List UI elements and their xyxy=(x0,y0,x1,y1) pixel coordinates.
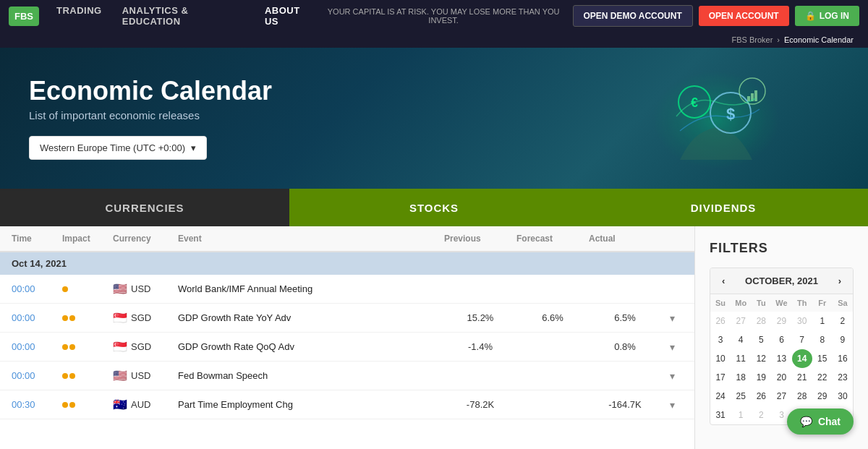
breadcrumb-parent[interactable]: FBS Broker xyxy=(731,35,773,44)
impact-dot xyxy=(69,315,75,321)
calendar-day[interactable]: 3 xyxy=(710,330,731,349)
calendar-day[interactable]: 28 xyxy=(751,312,771,330)
calendar-day[interactable]: 8 xyxy=(812,330,833,349)
calendar-day[interactable]: 27 xyxy=(771,387,791,406)
calendar-day[interactable]: 24 xyxy=(710,387,731,406)
page-title: Economic Calendar xyxy=(29,77,272,106)
forecast-cell: 6.6% xyxy=(516,312,589,323)
timezone-selector[interactable]: Western Europe Time (UTC +0:00) ▾ xyxy=(29,136,207,160)
flag-icon: 🇺🇸 xyxy=(113,282,127,296)
col-previous: Previous xyxy=(444,234,516,244)
calendar-day[interactable]: 10 xyxy=(710,349,731,368)
calendar-day[interactable]: 30 xyxy=(833,387,853,406)
flag-icon: 🇸🇬 xyxy=(113,311,127,325)
open-demo-button[interactable]: OPEN DEMO ACCOUNT xyxy=(573,5,693,27)
calendar-day[interactable]: 2 xyxy=(751,406,771,424)
actual-cell: 0.8% xyxy=(589,341,661,352)
currency-code: SGD xyxy=(131,312,151,323)
date-row: Oct 14, 2021 xyxy=(0,252,694,275)
tab-dividends[interactable]: DIVIDENDS xyxy=(579,189,868,226)
calendar-prev-button[interactable]: ‹ xyxy=(719,275,728,286)
expand-icon[interactable]: ▾ xyxy=(661,399,683,411)
calendar-day[interactable]: 5 xyxy=(751,330,771,349)
calendar-day[interactable]: 26 xyxy=(710,312,731,330)
impact-dot xyxy=(69,344,75,350)
calendar-day[interactable]: 29 xyxy=(771,312,791,330)
calendar-day[interactable]: 19 xyxy=(751,368,771,387)
actual-cell: 6.5% xyxy=(589,312,661,323)
calendar-next-button[interactable]: › xyxy=(835,275,844,286)
chat-button[interactable]: 💬 Chat xyxy=(787,409,854,435)
calendar-day[interactable]: 14 xyxy=(792,349,812,368)
calendar-day[interactable]: 15 xyxy=(812,349,833,368)
event-cell: World Bank/IMF Annual Meeting xyxy=(178,283,444,294)
calendar-day[interactable]: 30 xyxy=(792,312,812,330)
tab-currencies[interactable]: CURRENCIES xyxy=(0,189,289,226)
svg-rect-8 xyxy=(754,90,757,101)
expand-icon[interactable]: ▾ xyxy=(661,341,683,353)
login-button[interactable]: 🔒 LOG IN xyxy=(795,6,859,26)
calendar-day[interactable]: 28 xyxy=(792,387,812,406)
calendar-day[interactable]: 23 xyxy=(833,368,853,387)
calendar-day[interactable]: 17 xyxy=(710,368,731,387)
calendar-day[interactable]: 13 xyxy=(771,349,791,368)
calendar-month-year: OCTOBER, 2021 xyxy=(745,275,818,286)
expand-icon[interactable]: ▾ xyxy=(661,312,683,324)
calendar-day[interactable]: 2 xyxy=(833,312,853,330)
impact-dot xyxy=(62,286,68,292)
nav-analytics[interactable]: ANALYTICS & EDUCATION xyxy=(122,5,244,27)
calendar-day[interactable]: 21 xyxy=(792,368,812,387)
calendar-day[interactable]: 29 xyxy=(812,387,833,406)
calendar-day[interactable]: 25 xyxy=(731,387,751,406)
calendar-day[interactable]: 22 xyxy=(812,368,833,387)
tab-stocks[interactable]: STOCKS xyxy=(289,189,579,226)
time-cell: 00:00 xyxy=(12,370,62,381)
calendar-day[interactable]: 18 xyxy=(731,368,751,387)
impact-dot xyxy=(69,373,75,379)
expand-icon[interactable]: ▾ xyxy=(661,370,683,382)
table-row: 00:30 🇦🇺 AUD Part Time Employment Chg -7… xyxy=(0,390,694,419)
calendar-day[interactable]: 20 xyxy=(771,368,791,387)
time-cell: 00:00 xyxy=(12,283,62,294)
nav-about[interactable]: ABOUT US xyxy=(265,5,315,27)
calendar-day[interactable]: 1 xyxy=(731,406,751,424)
hero-image: € $ xyxy=(622,55,810,185)
calendar-day[interactable]: 6 xyxy=(771,330,791,349)
impact-cell xyxy=(62,402,113,408)
calendar-day[interactable]: 26 xyxy=(751,387,771,406)
calendar-day[interactable]: 7 xyxy=(792,330,812,349)
col-actual: Actual xyxy=(589,234,661,244)
calendar-day[interactable]: 9 xyxy=(833,330,853,349)
nav-buttons: OPEN DEMO ACCOUNT OPEN ACCOUNT 🔒 LOG IN xyxy=(573,5,859,27)
time-cell: 00:00 xyxy=(12,341,62,352)
calendar: ‹ OCTOBER, 2021 › SuMoTuWeThFrSa 2627282… xyxy=(710,268,854,425)
content-area: Time Impact Currency Event Previous Fore… xyxy=(0,226,868,449)
chat-icon: 💬 xyxy=(800,416,812,427)
timezone-label: Western Europe Time (UTC +0:00) xyxy=(40,142,185,153)
calendar-day[interactable]: 1 xyxy=(812,312,833,330)
calendar-grid: 2627282930123456789101112131415161718192… xyxy=(710,312,853,424)
impact-dot xyxy=(62,344,68,350)
nav-links: TRADING ANALYTICS & EDUCATION ABOUT US xyxy=(56,5,315,27)
fbs-logo: FBS xyxy=(9,7,39,26)
calendar-day[interactable]: 27 xyxy=(731,312,751,330)
currency-code: USD xyxy=(131,283,150,294)
calendar-day[interactable]: 12 xyxy=(751,349,771,368)
time-cell: 00:30 xyxy=(12,399,62,410)
calendar-day[interactable]: 31 xyxy=(710,406,731,424)
calendar-day[interactable]: 11 xyxy=(731,349,751,368)
impact-cell xyxy=(62,286,113,292)
flag-icon: 🇺🇸 xyxy=(113,369,127,382)
day-header: Sa xyxy=(833,294,853,312)
table-row: 00:00 🇸🇬 SGD GDP Growth Rate YoY Adv 15.… xyxy=(0,304,694,333)
actual-cell: -164.7K xyxy=(589,399,661,410)
tabs-bar: CURRENCIES STOCKS DIVIDENDS xyxy=(0,189,868,226)
calendar-day[interactable]: 4 xyxy=(731,330,751,349)
open-account-button[interactable]: OPEN ACCOUNT xyxy=(699,6,789,26)
day-header: We xyxy=(771,294,791,312)
nav-trading[interactable]: TRADING xyxy=(56,5,102,27)
day-header: Fr xyxy=(812,294,833,312)
col-impact: Impact xyxy=(62,234,113,244)
calendar-day[interactable]: 16 xyxy=(833,349,853,368)
flag-icon: 🇦🇺 xyxy=(113,398,127,411)
